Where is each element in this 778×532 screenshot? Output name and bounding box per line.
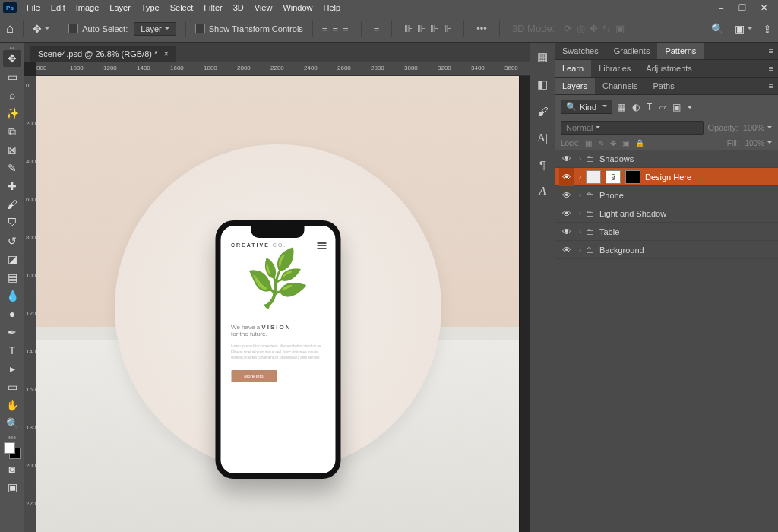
panel-menu-icon[interactable]: ≡ [769,46,773,55]
blur-tool[interactable]: 💧 [3,287,21,304]
opacity-field[interactable]: 100% [743,123,772,132]
type-tool[interactable]: T [3,342,21,359]
layer-kind-dropdown[interactable]: 🔍 Kind [561,100,612,114]
3d-pan-icon[interactable]: ✥ [590,23,598,34]
stamp-tool[interactable]: ⛉ [3,214,21,231]
menu-file[interactable]: File [21,0,46,15]
distribute-1-icon[interactable]: ⊪ [404,23,413,34]
shape-tool[interactable]: ▭ [3,378,21,395]
distribute-2-icon[interactable]: ⊪ [417,23,425,34]
lock-brush-icon[interactable]: ✎ [598,139,604,147]
filter-pixel-icon[interactable]: ▦ [617,102,625,112]
expand-icon[interactable]: › [579,228,581,236]
tab-channels[interactable]: Channels [595,78,645,94]
filter-shape-icon[interactable]: ▱ [659,102,666,112]
3d-orbit-icon[interactable]: ⟳ [564,23,572,34]
expand-icon[interactable]: › [579,246,581,254]
visibility-toggle-icon[interactable]: 👁 [559,186,574,204]
menu-window[interactable]: Window [277,0,318,15]
filter-type-icon[interactable]: T [647,102,652,112]
vertical-ruler[interactable]: 0200400600800100012001400160018002000220… [24,76,36,532]
workspace-switcher-icon[interactable]: ▣ [735,23,752,35]
visibility-toggle-icon[interactable]: 👁 [559,204,574,223]
marquee-tool[interactable]: ▭ [3,68,21,85]
foreground-swatch[interactable] [4,442,15,454]
magic-wand-tool[interactable]: ✨ [3,105,21,122]
color-swatches[interactable] [4,442,21,459]
properties-panel-icon[interactable]: ◧ [537,78,548,91]
distribute-4-icon[interactable]: ⊪ [443,23,451,34]
visibility-toggle-icon[interactable]: 👁 [559,168,574,186]
lock-nested-icon[interactable]: ▣ [622,139,629,147]
eraser-tool[interactable]: ◪ [3,251,21,268]
move-tool[interactable]: ✥ [3,50,21,67]
menu-filter[interactable]: Filter [198,0,227,15]
align-hcenter-icon[interactable]: ≡ [332,23,338,34]
toolbar-more[interactable]: ••• [8,433,17,438]
more-align-icon[interactable]: ••• [476,23,487,34]
tab-adjustments[interactable]: Adjustments [638,60,700,77]
close-button[interactable]: ✕ [758,3,769,13]
auto-select-checkbox[interactable]: Auto-Select: [68,24,128,33]
close-tab-icon[interactable]: × [163,49,169,59]
layer-row[interactable]: 👁›🗀Background [555,241,778,259]
fill-field[interactable]: 100% [745,139,772,147]
hand-tool[interactable]: ✋ [3,397,21,413]
canvas-stage[interactable]: CREATIVE CO. 🌿 We have a VISIONfor the f… [36,76,530,532]
layer-name[interactable]: Table [599,227,619,236]
path-select-tool[interactable]: ▸ [3,360,21,377]
expand-icon[interactable]: › [579,155,581,163]
paragraph-panel-icon[interactable]: ¶ [539,158,546,171]
gradient-tool[interactable]: ▤ [3,269,21,286]
tab-learn[interactable]: Learn [555,60,591,77]
lock-transparent-icon[interactable]: ▦ [585,139,592,147]
align-top-icon[interactable]: ≡ [374,23,380,34]
visibility-toggle-icon[interactable]: 👁 [559,241,574,259]
history-panel-icon[interactable]: ▦ [537,50,548,64]
distribute-3-icon[interactable]: ⊪ [430,23,438,34]
menu-image[interactable]: Image [71,0,105,15]
layer-name[interactable]: Design Here [645,173,691,182]
crop-tool[interactable]: ⧉ [3,123,21,140]
layer-row[interactable]: 👁›🗀Shadows [555,150,778,168]
filter-adjust-icon[interactable]: ◐ [632,102,640,112]
tab-layers[interactable]: Layers [555,78,595,94]
dodge-tool[interactable]: ● [3,306,21,322]
layer-row[interactable]: 👁›🗀Light and Shadow [555,204,778,223]
tab-patterns[interactable]: Patterns [657,43,704,59]
layer-row[interactable]: 👁›§Design Here [555,168,778,186]
share-icon[interactable]: ⇪ [763,23,772,35]
show-transform-checkbox[interactable]: Show Transform Controls [195,24,303,33]
menu-layer[interactable]: Layer [104,0,136,15]
menu-view[interactable]: View [249,0,278,15]
3d-roll-icon[interactable]: ◎ [577,23,585,34]
lock-all-icon[interactable]: 🔒 [635,139,644,147]
eyedropper-tool[interactable]: ✎ [3,160,21,176]
menu-select[interactable]: Select [165,0,199,15]
layer-name[interactable]: Shadows [599,154,634,163]
filter-toggle-icon[interactable]: ● [688,103,691,110]
visibility-toggle-icon[interactable]: 👁 [559,223,574,241]
menu-edit[interactable]: Edit [46,0,71,15]
horizontal-ruler[interactable]: 8001000120014001600180020002200240026002… [36,62,530,76]
3d-slide-icon[interactable]: ⇆ [602,23,611,34]
blend-mode-dropdown[interactable]: Normal [561,121,704,135]
glyphs-panel-icon[interactable]: A [539,185,546,198]
panel-menu-icon[interactable]: ≡ [769,81,773,90]
panel-menu-icon[interactable]: ≡ [769,64,773,73]
home-icon[interactable]: ⌂ [6,21,14,36]
character-panel-icon[interactable]: A| [537,131,548,144]
align-right-icon[interactable]: ≡ [343,23,349,34]
menu-type[interactable]: Type [136,0,165,15]
auto-select-target-dropdown[interactable]: Layer [134,22,176,36]
lock-position-icon[interactable]: ✥ [610,139,616,147]
brush-tool[interactable]: 🖌 [3,196,21,213]
tab-gradients[interactable]: Gradients [606,43,658,59]
healing-tool[interactable]: ✚ [3,178,21,195]
layer-list[interactable]: 👁›🗀Shadows👁›§Design Here👁›🗀Phone👁›🗀Light… [555,150,778,532]
restore-button[interactable]: ❐ [737,3,748,13]
quick-mask-tool[interactable]: ◙ [3,461,21,477]
frame-tool[interactable]: ⊠ [3,141,21,158]
filter-smart-icon[interactable]: ▣ [672,102,681,112]
brushes-panel-icon[interactable]: 🖌 [537,105,549,118]
